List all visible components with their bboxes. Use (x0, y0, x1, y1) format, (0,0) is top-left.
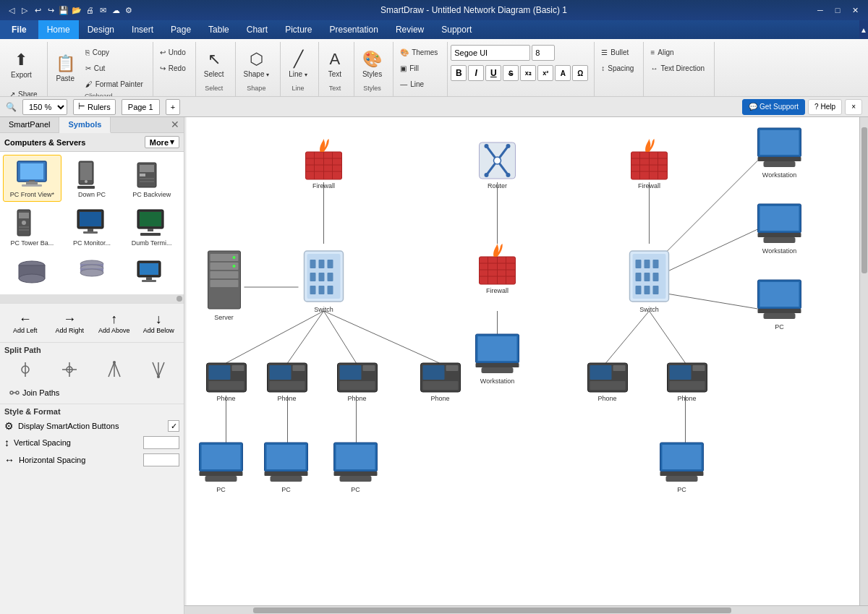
bullet-button[interactable]: ☰ Bullet (597, 45, 632, 59)
node-workstation2[interactable]: Workstation (758, 204, 801, 255)
add-right-button[interactable]: → Add Right (49, 308, 91, 338)
spacing-button[interactable]: ↕ Spacing (597, 61, 637, 75)
menu-support[interactable]: Support (433, 20, 480, 39)
symbols-tab[interactable]: Symbols (59, 117, 111, 133)
export-button[interactable]: ⬆ Export (6, 45, 37, 84)
qa-save-icon[interactable]: 💾 (58, 4, 69, 16)
maximize-button[interactable]: □ (830, 4, 845, 16)
redo-button[interactable]: ↪ Redo (156, 61, 190, 75)
line-button[interactable]: ╱ Line ▾ (284, 45, 312, 83)
symbols-scrollbar[interactable] (0, 294, 184, 303)
paste-button[interactable]: 📋 Paste (51, 48, 80, 88)
strikethrough-button[interactable]: S̶ (503, 65, 519, 81)
smart-panel-tab[interactable]: SmartPanel (0, 117, 59, 132)
qa-settings-icon[interactable]: ⚙ (123, 4, 135, 16)
svg-point-16 (22, 221, 26, 225)
join-paths-button[interactable]: Join Paths (4, 385, 179, 401)
symbol-pc-backview[interactable]: PC Backview (122, 155, 181, 202)
qa-print-icon[interactable]: 🖨 (84, 4, 95, 16)
symbol-down-pc[interactable]: Down PC (63, 155, 122, 202)
symbol-storage[interactable] (3, 252, 61, 291)
menu-presentation[interactable]: Presentation (320, 20, 386, 39)
add-below-button[interactable]: ↓ Add Below (138, 308, 180, 338)
node-workstation3[interactable]: Workstation (476, 334, 519, 385)
qa-undo-icon[interactable]: ↩ (32, 4, 43, 16)
minimize-button[interactable]: ─ (813, 4, 827, 16)
zoom-select[interactable]: 150 % 100 % 75 % 50 % (22, 99, 67, 115)
symbol-pc-front[interactable]: PC Front View* (3, 155, 61, 202)
subscript-button[interactable]: x₂ (520, 65, 536, 81)
symbol-pc-monitor[interactable]: PC Monitor... (63, 203, 122, 250)
special-chars-button[interactable]: Ω (572, 65, 588, 81)
close-button[interactable]: ✕ (848, 4, 862, 16)
horizontal-spacing-input[interactable] (143, 453, 179, 466)
horizontal-scrollbar[interactable] (184, 605, 868, 614)
vertical-spacing-input[interactable] (143, 436, 179, 449)
add-left-button[interactable]: ← Add Left (4, 308, 46, 338)
font-color-button[interactable]: A (555, 65, 571, 81)
split-btn-3[interactable] (93, 357, 135, 382)
v-scroll-thumb[interactable] (861, 127, 867, 274)
undo-button[interactable]: ↩ Undo (156, 45, 190, 59)
italic-button[interactable]: I (468, 65, 484, 81)
format-painter-button[interactable]: 🖌 Format Painter (82, 77, 147, 91)
align-button[interactable]: ≡ Align (647, 45, 677, 59)
text-direction-button[interactable]: ↔ Text Direction (647, 61, 708, 75)
select-button[interactable]: ↖ Select (199, 45, 229, 83)
superscript-button[interactable]: x² (537, 65, 553, 81)
get-support-button[interactable]: 💬 Get Support (742, 99, 805, 115)
symbol-pc-tower-label: PC Tower Ba... (7, 239, 58, 247)
menu-file[interactable]: File (0, 20, 38, 39)
share-button[interactable]: ↗ Share (6, 87, 41, 97)
qa-open-icon[interactable]: 📂 (71, 4, 82, 16)
menu-table[interactable]: Table (200, 20, 238, 39)
symbol-dumb-terminal[interactable]: Dumb Termi... (122, 203, 181, 250)
qa-redo-icon[interactable]: ↪ (45, 4, 56, 16)
themes-button[interactable]: 🎨 Themes (396, 45, 441, 59)
vertical-scrollbar[interactable] (859, 117, 868, 605)
symbol-pc-tower[interactable]: PC Tower Ba... (3, 203, 61, 250)
qa-mail-icon[interactable]: ✉ (97, 4, 109, 16)
add-page-button[interactable]: + (166, 99, 180, 115)
h-scroll-thumb[interactable] (253, 607, 732, 613)
split-btn-2[interactable] (49, 357, 91, 382)
ribbon-collapse-btn[interactable]: ▲ (859, 20, 868, 39)
symbol-storage2[interactable] (63, 252, 122, 291)
line-style-button[interactable]: — Line (396, 77, 427, 91)
menu-insert[interactable]: Insert (123, 20, 162, 39)
underline-button[interactable]: U (485, 65, 501, 81)
page-1-tab[interactable]: Page 1 (122, 99, 160, 115)
qa-forward-icon[interactable]: ▷ (19, 4, 30, 16)
display-smartaction-checkbox[interactable]: ✓ (168, 420, 179, 432)
shape-button[interactable]: ⬡ Shape ▾ (239, 45, 275, 83)
menu-home[interactable]: Home (38, 20, 79, 39)
help-button[interactable]: ? Help (808, 99, 842, 115)
menu-chart[interactable]: Chart (238, 20, 276, 39)
bold-button[interactable]: B (451, 65, 467, 81)
split-btn-1[interactable] (4, 357, 46, 382)
canvas-area[interactable]: Firewall Router (184, 117, 868, 614)
qa-back-icon[interactable]: ◁ (6, 4, 17, 16)
menu-design[interactable]: Design (79, 20, 123, 39)
symbol-monitor2[interactable] (122, 252, 181, 291)
more-button[interactable]: More ▾ (145, 136, 179, 148)
menu-page[interactable]: Page (162, 20, 200, 39)
node-workstation1[interactable]: Workstation (758, 128, 801, 179)
add-below-icon: ↓ (156, 312, 162, 327)
qa-cloud-icon[interactable]: ☁ (110, 4, 122, 16)
rulers-button[interactable]: ⊢ Rulers (73, 99, 116, 115)
menu-review[interactable]: Review (387, 20, 433, 39)
split-btn-4[interactable] (138, 357, 180, 382)
text-button[interactable]: A Text (322, 45, 348, 83)
font-size-input[interactable] (532, 45, 555, 61)
cut-button[interactable]: ✂ Cut (82, 61, 147, 75)
menu-picture[interactable]: Picture (276, 20, 320, 39)
diagram-canvas[interactable]: Firewall Router (184, 117, 868, 614)
close-panel-btn[interactable]: × (845, 99, 862, 115)
add-above-button[interactable]: ↑ Add Above (93, 308, 135, 338)
panel-close-button[interactable]: ✕ (166, 117, 184, 132)
font-name-input[interactable] (451, 45, 530, 61)
styles-button[interactable]: 🎨 Styles (357, 45, 387, 83)
fill-button[interactable]: ▣ Fill (396, 61, 422, 75)
copy-button[interactable]: ⎘ Copy (82, 45, 147, 59)
